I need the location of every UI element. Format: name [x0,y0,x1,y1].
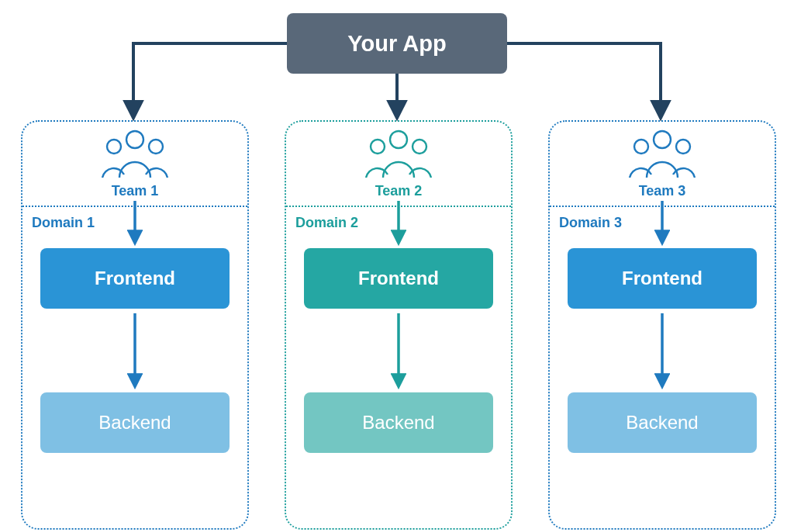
team-label: Team 3 [550,183,775,199]
app-title: Your App [347,31,446,57]
frontend-box: Frontend [568,248,757,309]
svg-point-1 [107,140,121,154]
svg-point-7 [413,140,426,154]
arrow-frontend-to-backend [391,312,406,389]
backend-box: Backend [40,392,230,453]
domain-3: Team 3 Domain 3 Frontend Backend [548,120,776,530]
svg-point-12 [676,140,690,154]
frontend-box: Frontend [304,248,493,309]
arrow-team-to-frontend [654,199,670,246]
arrow-frontend-to-backend [127,312,143,389]
svg-point-5 [390,131,407,148]
domain-label: Domain 1 [32,215,95,231]
domain-label: Domain 3 [559,215,622,231]
backend-box: Backend [568,392,757,453]
svg-point-11 [634,140,648,154]
svg-point-10 [654,131,671,148]
svg-point-2 [149,140,163,154]
team-icon [98,129,172,180]
svg-point-0 [126,131,143,148]
domain-label: Domain 2 [295,215,358,231]
domain-1: Team 1 Domain 1 Frontend Backend [21,120,249,530]
arrow-frontend-to-backend [654,312,670,389]
arrow-team-to-frontend [127,199,143,246]
app-box: Your App [287,13,507,74]
team-label: Team 1 [22,183,247,199]
team-icon [361,129,436,180]
team-icon [625,129,699,180]
backend-box: Backend [304,392,493,453]
domain-2: Team 2 Domain 2 Frontend Backend [285,120,513,530]
frontend-box: Frontend [40,248,230,309]
svg-point-6 [371,140,385,154]
team-label: Team 2 [286,183,511,199]
arrow-team-to-frontend [391,199,406,246]
